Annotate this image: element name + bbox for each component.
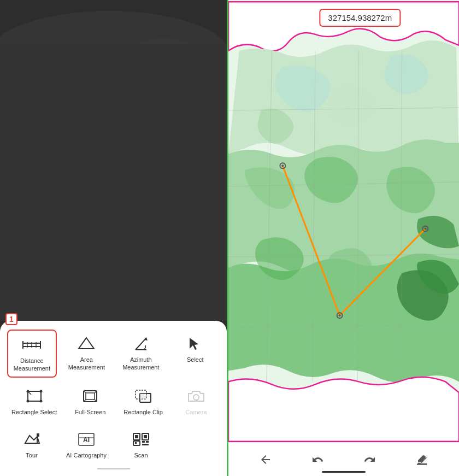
svg-point-62	[339, 314, 341, 316]
toolbar-row-1: DistanceMeasurement AreaMeasurement	[4, 330, 222, 378]
step1-badge: 1	[5, 313, 17, 325]
rectangle-select-tool[interactable]: Rectangle Select	[6, 382, 62, 420]
svg-point-5	[120, 38, 208, 93]
distance-measurement-label: DistanceMeasurement	[14, 357, 50, 373]
azimuth-measurement-label: AzimuthMeasurement	[122, 356, 159, 372]
full-screen-label: Full-Screen	[75, 408, 105, 416]
tour-label: Tour	[26, 451, 37, 459]
svg-point-2	[0, 44, 153, 175]
azimuth-measurement-icon	[131, 334, 151, 354]
rectangle-clip-label: Rectangle Clip	[123, 408, 163, 416]
back-button[interactable]	[256, 450, 275, 469]
svg-point-23	[39, 400, 42, 403]
svg-rect-42	[144, 435, 147, 438]
area-measurement-icon	[76, 334, 96, 354]
svg-point-1	[0, 11, 227, 98]
undo-button[interactable]	[308, 450, 327, 469]
svg-text:AI: AI	[83, 436, 90, 444]
svg-point-21	[39, 390, 42, 393]
full-screen-icon	[80, 386, 100, 406]
full-screen-tool[interactable]: Full-Screen	[66, 382, 115, 420]
ai-cartography-icon: AI	[76, 430, 96, 449]
tour-tool[interactable]: Tour	[4, 425, 59, 463]
rectangle-clip-icon	[133, 386, 153, 406]
area-measurement-label: AreaMeasurement	[68, 356, 105, 372]
svg-point-3	[137, 55, 227, 142]
svg-rect-40	[135, 435, 138, 438]
distance-measurement-icon	[22, 335, 42, 355]
select-icon	[185, 334, 205, 354]
svg-point-64	[424, 227, 426, 230]
scan-tool[interactable]: Scan	[114, 425, 168, 463]
main-area: 1 DistanceMeasurement	[0, 0, 459, 476]
camera-icon	[186, 386, 206, 406]
map-svg	[228, 0, 459, 443]
rectangle-clip-tool[interactable]: Rectangle Clip	[118, 382, 168, 420]
rectangle-select-icon	[25, 386, 44, 406]
left-map	[0, 0, 227, 321]
left-panel: 1 DistanceMeasurement	[0, 0, 227, 476]
ai-cartography-tool[interactable]: AI AI Cartography	[59, 425, 114, 463]
svg-point-20	[26, 390, 29, 393]
svg-rect-44	[135, 442, 137, 444]
svg-marker-12	[79, 338, 94, 349]
svg-point-22	[26, 400, 29, 403]
svg-point-33	[193, 395, 199, 400]
svg-point-60	[281, 164, 284, 167]
ai-cartography-label: AI Cartography	[66, 451, 107, 459]
azimuth-measurement-tool[interactable]: AzimuthMeasurement	[116, 330, 166, 378]
svg-rect-0	[0, 0, 227, 321]
svg-rect-45	[142, 441, 145, 443]
erase-button[interactable]	[412, 450, 432, 469]
distance-measurement-tool[interactable]: DistanceMeasurement	[7, 330, 57, 378]
camera-tool[interactable]: Camera	[172, 382, 221, 420]
toolbar-row-3: Tour AI AI Cartography	[4, 425, 222, 463]
svg-point-4	[0, 49, 93, 115]
svg-marker-17	[190, 338, 198, 350]
map-canvas[interactable]	[228, 0, 459, 443]
bottom-toolbar: 1 DistanceMeasurement	[0, 321, 227, 476]
svg-rect-32	[140, 393, 146, 399]
toolbar-row-2: Rectangle Select Full-Screen	[4, 382, 222, 420]
distance-badge: 327154.938272m	[319, 9, 401, 27]
select-tool[interactable]: Select	[170, 330, 220, 378]
redo-button[interactable]	[360, 450, 380, 469]
svg-rect-25	[86, 393, 95, 399]
scan-label: Scan	[134, 451, 148, 459]
left-terrain-svg	[0, 0, 227, 321]
select-label: Select	[187, 356, 204, 363]
home-indicator	[322, 471, 366, 473]
rectangle-select-label: Rectangle Select	[11, 408, 57, 416]
toolbar-divider	[97, 468, 130, 469]
right-panel: 2 327154.938272m	[227, 0, 459, 476]
scan-icon	[131, 430, 151, 449]
tour-icon	[22, 430, 42, 449]
svg-rect-47	[142, 444, 149, 445]
camera-label: Camera	[185, 408, 207, 416]
area-measurement-tool[interactable]: AreaMeasurement	[62, 330, 111, 378]
svg-rect-46	[146, 441, 149, 443]
bottom-nav	[228, 443, 459, 476]
